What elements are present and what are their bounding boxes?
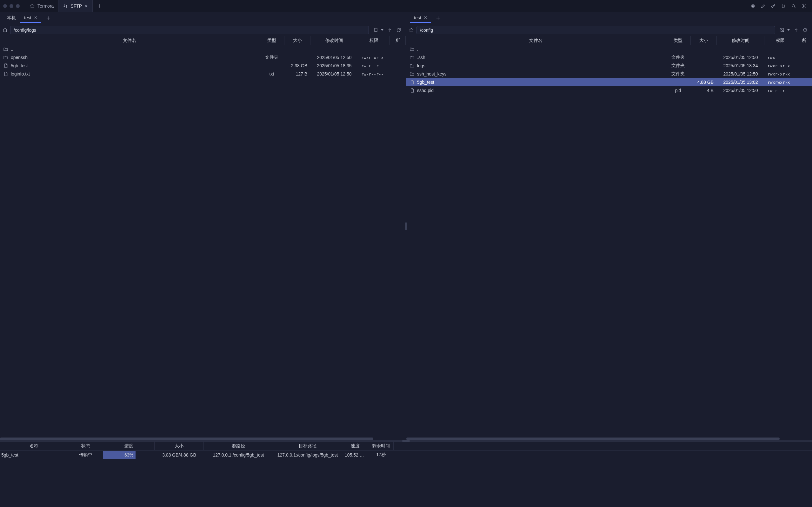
- file-name: 5gb_test: [417, 79, 434, 85]
- file-mtime: 2025/01/05 12:50: [717, 71, 764, 76]
- right-pane: test ✕: [406, 12, 812, 440]
- vertical-splitter[interactable]: [406, 12, 406, 440]
- horizontal-splitter[interactable]: [0, 440, 812, 442]
- file-name: loginfo.txt: [11, 71, 30, 76]
- horizontal-scrollbar[interactable]: [0, 437, 406, 440]
- up-icon[interactable]: [794, 27, 799, 33]
- app-tab-termora[interactable]: Termora: [25, 0, 58, 12]
- col-type[interactable]: 类型: [665, 36, 691, 45]
- file-mtime: 2025/01/05 12:50: [311, 71, 358, 76]
- path-input[interactable]: [10, 26, 369, 34]
- edit-icon[interactable]: [761, 3, 766, 9]
- new-subtab-button[interactable]: [432, 14, 444, 22]
- titlebar-actions: [750, 3, 812, 9]
- transfer-source: 127.0.0.1:/config/5gb_test: [204, 452, 273, 457]
- col-type[interactable]: 类型: [259, 36, 284, 45]
- chevron-down-icon[interactable]: [381, 29, 383, 31]
- table-row[interactable]: ..: [0, 45, 406, 53]
- col-perm[interactable]: 权限: [764, 36, 796, 45]
- col-dest[interactable]: 目标路径: [273, 442, 342, 450]
- window-close-button[interactable]: [3, 4, 7, 8]
- new-subtab-button[interactable]: [43, 14, 54, 22]
- window-zoom-button[interactable]: [16, 4, 20, 8]
- file-name: logs: [417, 63, 425, 68]
- record-icon[interactable]: [750, 3, 756, 9]
- transfer-progress: 63%: [103, 451, 155, 459]
- settings-icon[interactable]: [801, 3, 806, 9]
- table-row[interactable]: loginfo.txt txt 127 B 2025/01/05 12:50 r…: [0, 70, 406, 78]
- transfer-speed: 105.52 MB: [342, 452, 368, 457]
- col-size[interactable]: 大小: [284, 36, 311, 45]
- table-row[interactable]: ssh_host_keys 文件夹 2025/01/05 12:50 rwxr-…: [406, 70, 812, 78]
- table-row[interactable]: openssh 文件夹 2025/01/05 12:50 rwxr-xr-x: [0, 53, 406, 62]
- transfer-eta: 17秒: [368, 452, 394, 458]
- table-row[interactable]: sshd.pid pid 4 B 2025/01/05 12:50 rw-r--…: [406, 86, 812, 95]
- transfer-name: 5gb_test: [0, 452, 68, 457]
- col-perm[interactable]: 权限: [358, 36, 390, 45]
- search-icon[interactable]: [791, 3, 796, 9]
- file-perm: rw-r--r--: [358, 63, 390, 68]
- file-mtime: 2025/01/05 12:50: [311, 55, 358, 60]
- col-owner[interactable]: 所: [390, 36, 406, 45]
- table-row[interactable]: 5gb_test 2.38 GB 2025/01/05 18:35 rw-r--…: [0, 62, 406, 70]
- table-row[interactable]: .ssh 文件夹 2025/01/05 12:50 rwx------: [406, 53, 812, 62]
- file-size: 127 B: [284, 71, 311, 76]
- refresh-icon[interactable]: [396, 27, 401, 33]
- new-tab-button[interactable]: [93, 0, 107, 12]
- home-icon[interactable]: [3, 27, 8, 33]
- close-icon[interactable]: ✕: [85, 4, 88, 9]
- file-size: 4.88 GB: [691, 79, 717, 85]
- bookmark-icon[interactable]: [373, 27, 378, 33]
- path-input[interactable]: [417, 26, 775, 34]
- col-name[interactable]: 名称: [0, 442, 68, 450]
- col-size[interactable]: 大小: [155, 442, 204, 450]
- svg-point-1: [752, 5, 754, 7]
- left-subtabs: 本机 test ✕: [0, 12, 406, 24]
- table-header: 文件名 类型 大小 修改时间 权限 所: [0, 36, 406, 45]
- chevron-down-icon[interactable]: [787, 29, 790, 31]
- transfer-row[interactable]: 5gb_test 传输中 63% 3.08 GB/4.88 GB 127.0.0…: [0, 451, 812, 459]
- home-icon[interactable]: [409, 27, 414, 33]
- file-perm: rwxr-xr-x: [358, 55, 390, 60]
- col-eta[interactable]: 剩余时间: [368, 442, 394, 450]
- col-name[interactable]: 文件名: [0, 36, 259, 45]
- col-owner[interactable]: 所: [796, 36, 812, 45]
- file-type: 文件夹: [665, 71, 691, 77]
- transfer-icon: [63, 3, 68, 9]
- col-speed[interactable]: 速度: [342, 442, 368, 450]
- folder-icon: [3, 47, 8, 52]
- table-row[interactable]: ..: [406, 45, 812, 53]
- app-tab-sftp[interactable]: SFTP ✕: [58, 0, 93, 12]
- left-pathbar: [0, 24, 406, 36]
- col-mtime[interactable]: 修改时间: [717, 36, 764, 45]
- file-name: .ssh: [417, 55, 425, 60]
- window-minimize-button[interactable]: [9, 4, 13, 8]
- col-source[interactable]: 源路径: [204, 442, 273, 450]
- right-pathbar: [406, 24, 812, 36]
- table-row[interactable]: 5gb_test 4.88 GB 2025/01/05 13:02 rwxrwx…: [406, 78, 812, 86]
- horizontal-scrollbar[interactable]: [406, 437, 812, 440]
- refresh-icon[interactable]: [803, 27, 808, 33]
- plugins-icon[interactable]: [781, 3, 786, 9]
- svg-point-0: [751, 4, 755, 8]
- close-icon[interactable]: ✕: [424, 15, 427, 20]
- folder-icon: [410, 55, 415, 60]
- col-name[interactable]: 文件名: [406, 36, 665, 45]
- col-mtime[interactable]: 修改时间: [311, 36, 358, 45]
- subtab-local[interactable]: 本机: [4, 13, 19, 23]
- bookmark-off-icon[interactable]: [779, 27, 785, 33]
- file-perm: rw-r--r--: [764, 88, 796, 93]
- table-row[interactable]: logs 文件夹 2025/01/05 18:34 rwxr-xr-x: [406, 62, 812, 70]
- file-perm: rwxrwxr-x: [764, 80, 796, 85]
- key-icon[interactable]: [771, 3, 776, 9]
- left-pane: 本机 test ✕: [0, 12, 406, 440]
- subtab-test[interactable]: test ✕: [20, 13, 41, 23]
- col-status[interactable]: 状态: [68, 442, 103, 450]
- col-progress[interactable]: 进度: [103, 442, 155, 450]
- close-icon[interactable]: ✕: [34, 15, 38, 20]
- subtab-test[interactable]: test ✕: [410, 13, 431, 23]
- col-size[interactable]: 大小: [691, 36, 717, 45]
- window-controls: [3, 4, 20, 8]
- up-icon[interactable]: [387, 27, 392, 33]
- file-mtime: 2025/01/05 13:02: [717, 79, 764, 85]
